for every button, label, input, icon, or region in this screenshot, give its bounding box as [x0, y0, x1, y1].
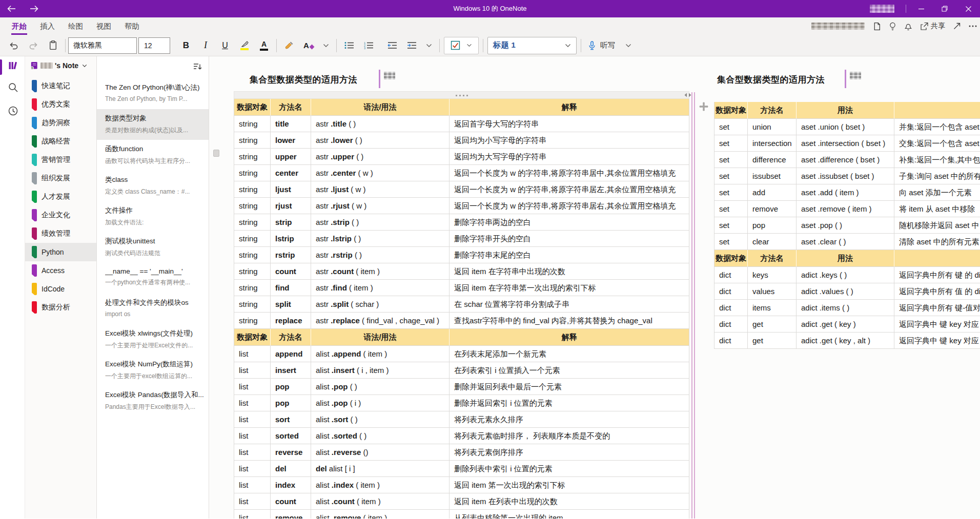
- cell-method-name[interactable]: center: [271, 165, 311, 181]
- cell-method-name[interactable]: find: [271, 280, 311, 296]
- cell-syntax[interactable]: astr .center ( w ): [311, 165, 450, 181]
- cell-method-name[interactable]: remove: [271, 510, 311, 518]
- cell-description[interactable]: 返回 item 第一次出现的索引下标: [450, 477, 689, 493]
- cell-description[interactable]: 返回首字母大写的字符串: [450, 116, 689, 132]
- cell-data-object[interactable]: list: [234, 362, 271, 379]
- underline-button[interactable]: U: [215, 37, 235, 54]
- cell-description[interactable]: 删除字符串末尾的空白: [450, 247, 689, 263]
- cell-syntax[interactable]: adict .get ( key , alt ): [797, 333, 894, 349]
- table-header-cell[interactable]: 数据对象: [234, 99, 271, 116]
- cell-method-name[interactable]: count: [271, 263, 311, 280]
- cell-description[interactable]: 向 aset 添加一个元素: [894, 184, 980, 201]
- cell-syntax[interactable]: astr .title ( ): [311, 116, 450, 132]
- italic-button[interactable]: I: [196, 37, 215, 54]
- cell-syntax[interactable]: astr .replace ( find_val , chage_val ): [311, 313, 450, 329]
- cell-syntax[interactable]: alist .insert ( i , item ): [311, 362, 450, 379]
- cell-description[interactable]: 在列表末尾添加一个新元素: [450, 346, 689, 362]
- sort-pages-button[interactable]: [193, 63, 202, 71]
- cell-method-name[interactable]: intersection: [748, 135, 797, 152]
- section-item[interactable]: IdCode: [25, 280, 96, 298]
- cell-data-object[interactable]: list: [234, 477, 271, 493]
- cell-description[interactable]: 返回一个长度为 w 的字符串,将原字符串居右,其余位置用空格填充: [450, 198, 689, 214]
- section-item[interactable]: 营销管理: [25, 151, 96, 169]
- page-list-item[interactable]: Excel模块 Pandas(数据导入和...Pandas主要用于Excel数据…: [97, 386, 209, 417]
- table-header-cell[interactable]: 用法: [797, 102, 894, 119]
- cell-method-name[interactable]: lower: [271, 132, 311, 149]
- cell-method-name[interactable]: pop: [748, 217, 797, 234]
- table-header-cell[interactable]: 方法名: [748, 102, 797, 119]
- cell-description[interactable]: 并集:返回一个包含 aset: [894, 119, 980, 135]
- cell-syntax[interactable]: aset .add ( item ): [797, 184, 894, 201]
- cell-description[interactable]: 将列表元素倒序排序: [450, 444, 689, 461]
- section-item[interactable]: 绩效管理: [25, 224, 96, 243]
- font-size-input[interactable]: 12: [138, 37, 170, 54]
- cell-method-name[interactable]: title: [271, 116, 311, 132]
- cell-data-object[interactable]: list: [234, 379, 271, 395]
- cell-description[interactable]: 在 schar 位置将字符串分割成子串: [450, 296, 689, 313]
- page-list-item[interactable]: 处理文件和文件夹的模块osimport os: [97, 294, 209, 324]
- cell-data-object[interactable]: string: [234, 165, 271, 181]
- cell-data-object[interactable]: string: [234, 231, 271, 247]
- table-header-cell[interactable]: 方法名: [271, 99, 311, 116]
- cell-data-object[interactable]: dict: [714, 283, 748, 300]
- table-header-cell[interactable]: 解释: [450, 99, 689, 116]
- format-painter-button[interactable]: [279, 37, 299, 54]
- cell-description[interactable]: 将列表元素临时排序， 列表顺序本质是不变的: [450, 428, 689, 444]
- table-header-cell[interactable]: 用法: [797, 250, 894, 267]
- cell-data-object[interactable]: set: [714, 168, 748, 184]
- cell-method-name[interactable]: split: [271, 296, 311, 313]
- redo-button[interactable]: [24, 37, 43, 54]
- cell-syntax[interactable]: alist .count ( item ): [311, 493, 450, 510]
- page-title[interactable]: 集合型数据类型的适用方法: [250, 74, 357, 86]
- table-header-row[interactable]: 数据对象方法名语法/用法解释: [234, 99, 689, 116]
- cell-syntax[interactable]: astr .lower ( ): [311, 132, 450, 149]
- ribbon-tab-插入[interactable]: 插入: [33, 17, 62, 35]
- clear-formatting-button[interactable]: A: [299, 37, 318, 54]
- page-title[interactable]: 集合型数据类型的适用方法: [717, 74, 825, 86]
- cell-data-object[interactable]: list: [234, 346, 271, 362]
- cell-description[interactable]: 清除 aset 中的所有元素: [894, 234, 980, 250]
- page-list-item[interactable]: The Zen Of Python(禅\道\心法)The Zen of Pyth…: [97, 78, 209, 109]
- minimize-button[interactable]: [909, 0, 933, 17]
- bold-button[interactable]: B: [176, 37, 196, 54]
- cell-data-object[interactable]: list: [234, 428, 271, 444]
- page-list-item[interactable]: Excel模块 NumPy(数组运算)一个主要用于excel数组运算的...: [97, 355, 209, 386]
- cell-syntax[interactable]: aset .pop ( ): [797, 217, 894, 234]
- cell-data-object[interactable]: string: [234, 116, 271, 132]
- cell-description[interactable]: 返回字典中 键 key 对应: [894, 316, 980, 333]
- cell-method-name[interactable]: issubset: [748, 168, 797, 184]
- cell-method-name[interactable]: add: [748, 184, 797, 201]
- cell-method-name[interactable]: remove: [748, 201, 797, 217]
- cell-data-object[interactable]: string: [234, 296, 271, 313]
- cell-description[interactable]: 删除列表中索引 i 位置的元素: [450, 461, 689, 477]
- paste-button[interactable]: [43, 37, 63, 54]
- cell-description[interactable]: 返回字典中所有 键 的 di: [894, 267, 980, 283]
- cell-syntax[interactable]: aset .remove ( item ): [797, 201, 894, 217]
- cell-syntax[interactable]: alist .pop ( i ): [311, 395, 450, 411]
- font-color-button[interactable]: A: [254, 37, 274, 54]
- cell-description[interactable]: 将 item 从 aset 中移除: [894, 201, 980, 217]
- cell-description[interactable]: 返回字典中所有 键-值对: [894, 300, 980, 316]
- cell-data-object[interactable]: dict: [714, 267, 748, 283]
- cell-syntax[interactable]: aset .issubset ( bset ): [797, 168, 894, 184]
- table-header-cell[interactable]: [894, 102, 980, 119]
- ribbon-tab-开始[interactable]: 开始: [5, 17, 33, 35]
- page-list-item[interactable]: 数据类型对象类是对数据的构成(状态)以及...: [97, 109, 209, 140]
- cell-syntax[interactable]: aset .intersection ( bset ): [797, 135, 894, 152]
- page-canvas[interactable]: 集合型数据类型的适用方法 数据对象方法名语法/用法解释stringtitleas…: [209, 56, 980, 518]
- paragraph-options-chevron[interactable]: [421, 37, 437, 54]
- share-button[interactable]: 共享: [920, 22, 945, 31]
- section-item[interactable]: Python: [25, 243, 96, 261]
- page-list-item[interactable]: Excel模块 xlwings(文件处理)一个主要用于处理Excel文件的...: [97, 324, 209, 355]
- cell-method-name[interactable]: replace: [271, 313, 311, 329]
- cell-method-name[interactable]: union: [748, 119, 797, 135]
- cell-data-object[interactable]: set: [714, 217, 748, 234]
- forward-button[interactable]: [23, 0, 45, 17]
- cell-syntax[interactable]: adict .items ( ): [797, 300, 894, 316]
- cell-syntax[interactable]: astr .rjust ( w ): [311, 198, 450, 214]
- cell-data-object[interactable]: list: [234, 444, 271, 461]
- section-item[interactable]: 企业文化: [25, 206, 96, 224]
- cell-data-object[interactable]: string: [234, 181, 271, 198]
- cell-method-name[interactable]: pop: [271, 395, 311, 411]
- table-header-cell[interactable]: 数据对象: [714, 250, 748, 267]
